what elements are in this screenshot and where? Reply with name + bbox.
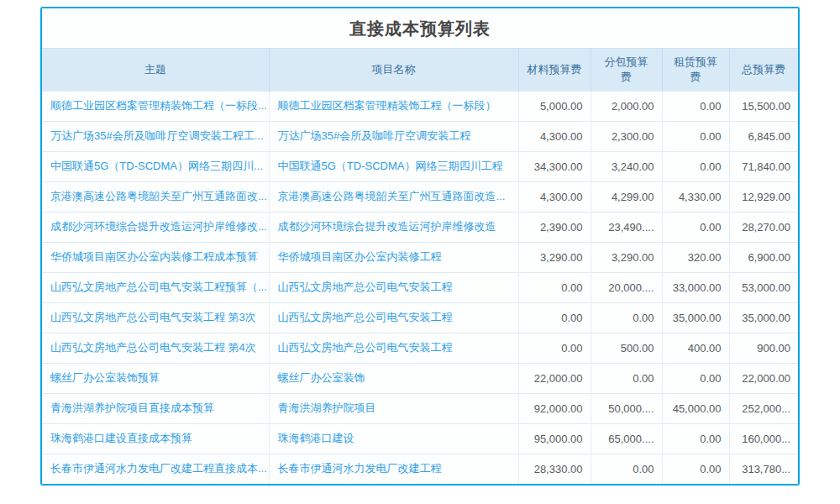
- subcontract-budget-value: 50,000....: [591, 393, 662, 423]
- subject-link[interactable]: 长春市伊通河水力发电厂改建工程直接成本...: [42, 454, 269, 484]
- rental-budget-value: 0.00: [662, 454, 729, 484]
- material-budget-value: 28,330.00: [518, 454, 591, 484]
- rental-budget-value: 400.00: [662, 333, 729, 363]
- project-link[interactable]: 山西弘文房地产总公司电气安装工程: [269, 302, 518, 333]
- column-header-subcontract-budget: 分包预算费: [591, 49, 662, 91]
- material-budget-value: 34,300.00: [518, 151, 591, 181]
- project-link[interactable]: 顺德工业园区档案管理精装饰工程（一标段）: [269, 91, 518, 121]
- total-budget-value: 35,000.00: [729, 302, 798, 333]
- project-link[interactable]: 华侨城项目南区办公室内装修工程: [269, 242, 518, 272]
- material-budget-value: 0.00: [518, 272, 591, 302]
- table-row: 中国联通5G（TD-SCDMA）网络三期四川... 中国联通5G（TD-SCDM…: [42, 151, 798, 181]
- total-budget-value: 28,270.00: [729, 212, 798, 242]
- page-title: 直接成本预算列表: [42, 8, 798, 49]
- budget-table: 主题 项目名称 材料预算费 分包预算费 租赁预算费 总预算费 顺德工业园区档案管…: [42, 49, 798, 484]
- material-budget-value: 2,390.00: [518, 212, 591, 242]
- subject-link[interactable]: 山西弘文房地产总公司电气安装工程预算（...: [42, 272, 269, 302]
- table-row: 长春市伊通河水力发电厂改建工程直接成本... 长春市伊通河水力发电厂改建工程 2…: [42, 454, 798, 484]
- subject-link[interactable]: 顺德工业园区档案管理精装饰工程（一标段...: [42, 91, 269, 121]
- total-budget-value: 6,900.00: [729, 242, 798, 272]
- total-budget-value: 22,000.00: [729, 363, 798, 393]
- total-budget-value: 12,929.00: [729, 181, 798, 212]
- rental-budget-value: 45,000.00: [662, 393, 729, 423]
- material-budget-value: 5,000.00: [518, 91, 591, 121]
- subject-link[interactable]: 珠海鹤港口建设直接成本预算: [42, 423, 269, 454]
- table-header: 主题 项目名称 材料预算费 分包预算费 租赁预算费 总预算费: [42, 49, 798, 91]
- total-budget-value: 313,780...: [729, 454, 798, 484]
- table-body: 顺德工业园区档案管理精装饰工程（一标段... 顺德工业园区档案管理精装饰工程（一…: [42, 91, 798, 484]
- material-budget-value: 4,300.00: [518, 121, 591, 151]
- rental-budget-value: 4,330.00: [662, 181, 729, 212]
- column-header-rental-budget: 租赁预算费: [662, 49, 729, 91]
- total-budget-value: 252,000...: [729, 393, 798, 423]
- subject-link[interactable]: 华侨城项目南区办公室内装修工程成本预算: [42, 242, 269, 272]
- material-budget-value: 3,290.00: [518, 242, 591, 272]
- subcontract-budget-value: 0.00: [591, 302, 662, 333]
- rental-budget-value: 0.00: [662, 151, 729, 181]
- subcontract-budget-value: 2,300.00: [591, 121, 662, 151]
- subject-link[interactable]: 中国联通5G（TD-SCDMA）网络三期四川...: [42, 151, 269, 181]
- total-budget-value: 53,000.00: [729, 272, 798, 302]
- subject-link[interactable]: 青海洪湖养护院项目直接成本预算: [42, 393, 269, 423]
- table-row: 成都沙河环境综合提升改造运河护岸维修改... 成都沙河环境综合提升改造运河护岸维…: [42, 212, 798, 242]
- project-link[interactable]: 万达广场35#会所及咖啡厅空调安装工程: [269, 121, 518, 151]
- subcontract-budget-value: 500.00: [591, 333, 662, 363]
- table-row: 山西弘文房地产总公司电气安装工程 第3次 山西弘文房地产总公司电气安装工程 0.…: [42, 302, 798, 333]
- rental-budget-value: 0.00: [662, 363, 729, 393]
- rental-budget-value: 35,000.00: [662, 302, 729, 333]
- material-budget-value: 4,300.00: [518, 181, 591, 212]
- subcontract-budget-value: 23,490....: [591, 212, 662, 242]
- total-budget-value: 71,840.00: [729, 151, 798, 181]
- subcontract-budget-value: 4,299.00: [591, 181, 662, 212]
- subject-link[interactable]: 山西弘文房地产总公司电气安装工程 第4次: [42, 333, 269, 363]
- subject-link[interactable]: 成都沙河环境综合提升改造运河护岸维修改...: [42, 212, 269, 242]
- material-budget-value: 92,000.00: [518, 393, 591, 423]
- column-header-project: 项目名称: [269, 49, 518, 91]
- rental-budget-value: 0.00: [662, 423, 729, 454]
- total-budget-value: 160,000...: [729, 423, 798, 454]
- material-budget-value: 22,000.00: [518, 363, 591, 393]
- rental-budget-value: 320.00: [662, 242, 729, 272]
- table-row: 万达广场35#会所及咖啡厅空调安装工程工... 万达广场35#会所及咖啡厅空调安…: [42, 121, 798, 151]
- project-link[interactable]: 中国联通5G（TD-SCDMA）网络三期四川工程: [269, 151, 518, 181]
- total-budget-value: 6,845.00: [729, 121, 798, 151]
- project-link[interactable]: 成都沙河环境综合提升改造运河护岸维修改造: [269, 212, 518, 242]
- table-row: 螺丝厂办公室装饰预算 螺丝厂办公室装饰 22,000.00 0.00 0.00 …: [42, 363, 798, 393]
- subcontract-budget-value: 20,000....: [591, 272, 662, 302]
- material-budget-value: 0.00: [518, 302, 591, 333]
- project-link[interactable]: 长春市伊通河水力发电厂改建工程: [269, 454, 518, 484]
- material-budget-value: 0.00: [518, 333, 591, 363]
- subcontract-budget-value: 3,240.00: [591, 151, 662, 181]
- budget-list-card: 直接成本预算列表 主题 项目名称 材料预算费 分包预算费 租赁预算费 总预算费 …: [40, 7, 800, 486]
- subject-link[interactable]: 山西弘文房地产总公司电气安装工程 第3次: [42, 302, 269, 333]
- rental-budget-value: 0.00: [662, 121, 729, 151]
- table-row: 山西弘文房地产总公司电气安装工程 第4次 山西弘文房地产总公司电气安装工程 0.…: [42, 333, 798, 363]
- total-budget-value: 900.00: [729, 333, 798, 363]
- table-row: 珠海鹤港口建设直接成本预算 珠海鹤港口建设 95,000.00 65,000..…: [42, 423, 798, 454]
- subject-link[interactable]: 京港澳高速公路粤境韶关至广州互通路面改...: [42, 181, 269, 212]
- table-row: 山西弘文房地产总公司电气安装工程预算（... 山西弘文房地产总公司电气安装工程 …: [42, 272, 798, 302]
- column-header-total-budget: 总预算费: [729, 49, 798, 91]
- subcontract-budget-value: 2,000.00: [591, 91, 662, 121]
- project-link[interactable]: 京港澳高速公路粤境韶关至广州互通路面改造...: [269, 181, 518, 212]
- column-header-material-budget: 材料预算费: [518, 49, 591, 91]
- header-row: 主题 项目名称 材料预算费 分包预算费 租赁预算费 总预算费: [42, 49, 798, 91]
- rental-budget-value: 0.00: [662, 91, 729, 121]
- subject-link[interactable]: 万达广场35#会所及咖啡厅空调安装工程工...: [42, 121, 269, 151]
- project-link[interactable]: 青海洪湖养护院项目: [269, 393, 518, 423]
- rental-budget-value: 33,000.00: [662, 272, 729, 302]
- project-link[interactable]: 珠海鹤港口建设: [269, 423, 518, 454]
- subcontract-budget-value: 0.00: [591, 363, 662, 393]
- table-row: 顺德工业园区档案管理精装饰工程（一标段... 顺德工业园区档案管理精装饰工程（一…: [42, 91, 798, 121]
- subject-link[interactable]: 螺丝厂办公室装饰预算: [42, 363, 269, 393]
- subcontract-budget-value: 65,000....: [591, 423, 662, 454]
- project-link[interactable]: 山西弘文房地产总公司电气安装工程: [269, 272, 518, 302]
- material-budget-value: 95,000.00: [518, 423, 591, 454]
- subcontract-budget-value: 0.00: [591, 454, 662, 484]
- table-row: 青海洪湖养护院项目直接成本预算 青海洪湖养护院项目 92,000.00 50,0…: [42, 393, 798, 423]
- project-link[interactable]: 山西弘文房地产总公司电气安装工程: [269, 333, 518, 363]
- column-header-subject: 主题: [42, 49, 269, 91]
- table-row: 京港澳高速公路粤境韶关至广州互通路面改... 京港澳高速公路粤境韶关至广州互通路…: [42, 181, 798, 212]
- project-link[interactable]: 螺丝厂办公室装饰: [269, 363, 518, 393]
- total-budget-value: 15,500.00: [729, 91, 798, 121]
